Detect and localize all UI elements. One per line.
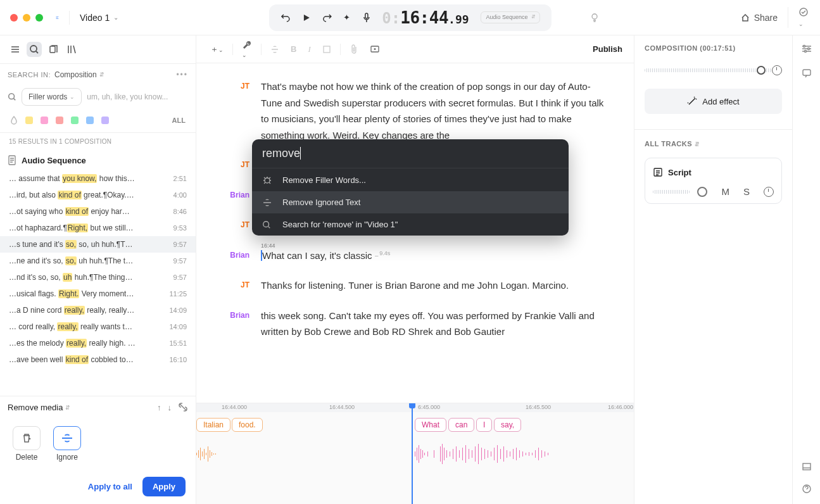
attachment-icon[interactable]: [347, 42, 361, 57]
timeline-word[interactable]: food.: [232, 418, 263, 432]
timeline[interactable]: 16:44.00016:44.5006:45.00016:45.50016:46…: [196, 403, 634, 504]
palette-item[interactable]: Remove Ignored Text: [252, 191, 569, 213]
transcript-paragraph[interactable]: Brianthis week song. Can't take my eyes …: [222, 308, 609, 340]
speaker-label[interactable]: JT: [222, 79, 249, 143]
script-track-card[interactable]: Script M S: [645, 158, 782, 204]
italic-icon[interactable]: I: [305, 42, 313, 57]
transcript-paragraph[interactable]: JTThanks for listening. Tuner is Brian B…: [222, 277, 609, 294]
filter-pill[interactable]: Filler words⌄: [22, 88, 82, 106]
slider-thumb[interactable]: [757, 66, 766, 75]
library-icon[interactable]: [65, 42, 80, 57]
bold-icon[interactable]: B: [288, 42, 299, 56]
panel-icon[interactable]: [802, 462, 812, 471]
color-swatch[interactable]: [86, 117, 94, 124]
link-toggle-icon[interactable]: [178, 403, 188, 412]
palette-input[interactable]: remove: [252, 139, 569, 168]
chevron-down-icon[interactable]: ⌄: [113, 14, 118, 21]
add-icon[interactable]: ＋⌄: [208, 41, 226, 58]
delete-action[interactable]: Delete: [13, 426, 41, 462]
search-placeholder[interactable]: um, uh, like, you know...: [87, 92, 188, 101]
solo-button[interactable]: S: [743, 186, 750, 197]
menu-icon[interactable]: [8, 42, 23, 57]
comment-icon[interactable]: [367, 42, 382, 56]
drop-icon[interactable]: [10, 116, 18, 125]
lightbulb-icon[interactable]: [589, 12, 600, 23]
search-result-item[interactable]: …ave been well kind of cobbled to…16:10: [0, 351, 196, 368]
palette-item[interactable]: Search for 'remove' in "Video 1": [252, 213, 569, 236]
search-result-item[interactable]: …s tune and it's so, so, uh huh.¶T…9:57: [0, 236, 196, 253]
search-result-item[interactable]: … cord really, really, really wants t…14…: [0, 318, 196, 335]
all-filter[interactable]: ALL: [172, 117, 186, 124]
mute-button[interactable]: M: [721, 186, 729, 197]
publish-button[interactable]: Publish: [593, 44, 622, 54]
tool-icon[interactable]: ⌄: [239, 37, 255, 61]
search-result-item[interactable]: …nd it's so, so, uh huh.¶The thing…9:57: [0, 269, 196, 286]
palette-item[interactable]: Remove Filler Words...: [252, 168, 569, 191]
arrow-down-icon[interactable]: ↓: [168, 403, 172, 412]
color-swatch[interactable]: [71, 117, 79, 124]
status-check-icon[interactable]: ⌄: [788, 7, 810, 28]
close-window[interactable]: [10, 14, 18, 22]
minimize-window[interactable]: [23, 14, 30, 22]
transcript-paragraph[interactable]: Brian16:44What can I say, it's classic ⎯…: [222, 248, 609, 264]
chat-icon[interactable]: [802, 68, 812, 79]
clock-icon[interactable]: [772, 65, 782, 75]
color-swatch[interactable]: [41, 117, 48, 124]
share-button[interactable]: Share: [740, 13, 778, 23]
search-result-item[interactable]: … assume that you know, how this…2:51: [0, 170, 196, 187]
sequence-header[interactable]: Audio Sequence: [0, 150, 196, 170]
speaker-label[interactable]: JT: [222, 217, 249, 234]
timeline-word[interactable]: can: [448, 418, 474, 432]
redo-icon[interactable]: [322, 13, 332, 23]
search-result-item[interactable]: …usical flags. Right. Very moment…11:25: [0, 286, 196, 302]
timeline-word[interactable]: say,: [494, 418, 521, 432]
timeline-word[interactable]: What: [415, 418, 446, 432]
speaker-label[interactable]: Brian: [222, 308, 249, 340]
sort-icon[interactable]: ⇵: [65, 405, 70, 411]
play-icon[interactable]: [301, 13, 310, 22]
help-icon[interactable]: [802, 484, 812, 494]
more-icon[interactable]: •••: [176, 70, 188, 79]
composition-slider[interactable]: [645, 62, 782, 79]
ignore-action[interactable]: Ignore: [53, 426, 81, 462]
color-swatch[interactable]: [25, 117, 33, 124]
paragraph-text[interactable]: 16:44What can I say, it's classic ⎯ 9.4s: [261, 248, 609, 264]
sort-icon[interactable]: ⇵: [99, 72, 104, 78]
undo-icon[interactable]: [280, 13, 290, 23]
search-icon[interactable]: [8, 92, 16, 101]
search-result-item[interactable]: …ot saying who kind of enjoy har…8:46: [0, 203, 196, 220]
transcript-paragraph[interactable]: JTThat's maybe not how we think of the c…: [222, 79, 609, 143]
all-tracks-header[interactable]: ALL TRACKS ⇵: [645, 140, 782, 148]
apply-button[interactable]: Apply: [142, 477, 186, 496]
paragraph-text[interactable]: Thanks for listening. Tuner is Brian Bar…: [261, 277, 609, 294]
remove-media-label[interactable]: Remove media: [8, 403, 63, 412]
settings-sliders-icon[interactable]: [801, 44, 812, 53]
app-logo-icon[interactable]: [56, 11, 70, 25]
paragraph-text[interactable]: this week song. Can't take my eyes off. …: [261, 308, 609, 340]
sparkle-icon[interactable]: ✦: [343, 13, 350, 22]
copy-icon[interactable]: [46, 42, 61, 57]
apply-all-button[interactable]: Apply to all: [88, 482, 132, 491]
paragraph-text[interactable]: That's maybe not how we think of the cre…: [261, 79, 609, 143]
mic-icon[interactable]: [362, 13, 370, 23]
color-swatch[interactable]: [101, 117, 109, 124]
search-scope[interactable]: Composition: [54, 70, 97, 79]
color-swatch[interactable]: [56, 117, 63, 124]
timeline-word[interactable]: I: [476, 418, 492, 432]
sequence-selector[interactable]: Audio Sequence ⇵: [481, 11, 540, 24]
search-icon[interactable]: [27, 42, 42, 57]
volume-ring-icon[interactable]: [697, 187, 707, 197]
strikethrough-icon[interactable]: [268, 42, 282, 56]
search-result-item[interactable]: …ird, but also kind of great.¶Okay.…4:00: [0, 187, 196, 203]
speaker-label[interactable]: JT: [222, 277, 249, 294]
track-slider[interactable]: [653, 190, 690, 194]
playhead[interactable]: [412, 403, 413, 504]
arrow-up-icon[interactable]: ↑: [157, 403, 161, 412]
clock-icon[interactable]: [764, 187, 774, 197]
add-effect-button[interactable]: Add effect: [645, 89, 782, 114]
search-result-item[interactable]: …ot haphazard.¶Right, but we still…9:53: [0, 220, 196, 236]
highlight-icon[interactable]: [320, 42, 334, 56]
speaker-label[interactable]: Brian: [222, 187, 249, 204]
search-result-item[interactable]: …es the melody really, really high. …15:…: [0, 335, 196, 351]
search-result-item[interactable]: …a D nine cord really, really, really…14…: [0, 302, 196, 318]
